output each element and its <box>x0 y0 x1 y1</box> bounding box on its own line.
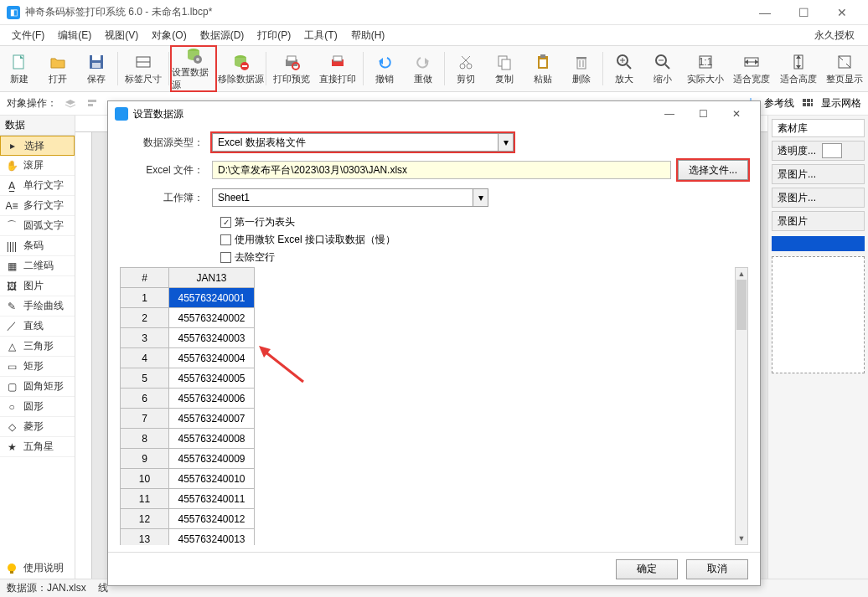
col-rownum[interactable]: # <box>121 268 169 288</box>
tool-适合宽度[interactable]: 适合宽度 <box>728 45 775 92</box>
sidebar-item-条码[interactable]: ||||条码 <box>0 236 75 256</box>
file-path-field[interactable]: D:\文章发布平台\2023\03月\0303\JAN.xlsx <box>212 161 671 179</box>
bg-image-button-2[interactable]: 景图片... <box>772 188 865 208</box>
tool-保存[interactable]: 保存 <box>77 45 116 92</box>
maximize-button[interactable]: ☐ <box>784 0 823 25</box>
table-row[interactable]: 9455763240009 <box>121 449 255 469</box>
choose-file-button[interactable]: 选择文件... <box>678 160 748 180</box>
tool-放大[interactable]: 放大 <box>605 45 643 92</box>
sheet-combo[interactable]: Sheet1 ▾ <box>212 188 488 207</box>
sidebar-item-单行文字[interactable]: A̲单行文字 <box>0 176 75 196</box>
scroll-thumb[interactable] <box>736 280 747 330</box>
color-swatch[interactable] <box>822 143 842 158</box>
tool-icon <box>495 53 514 71</box>
tool-撤销[interactable]: 撤销 <box>365 45 404 92</box>
type-combo[interactable]: Excel 数据表格文件 ▾ <box>212 133 514 152</box>
tool-缩小[interactable]: 缩小 <box>643 45 682 92</box>
grid-label[interactable]: 显示网格 <box>821 96 861 111</box>
minimize-button[interactable]: — <box>746 0 784 25</box>
chevron-down-icon[interactable]: ▾ <box>498 134 513 151</box>
chk-remove-empty[interactable]: 去除空行 <box>220 250 748 265</box>
tool-复制[interactable]: 复制 <box>485 45 524 92</box>
table-scrollbar[interactable]: ▲ ▼ <box>735 267 748 545</box>
menu-edit[interactable]: 编辑(E) <box>51 26 98 45</box>
scroll-down-icon[interactable]: ▼ <box>736 533 747 544</box>
dialog-close-button[interactable]: ✕ <box>720 102 753 126</box>
layer-icon[interactable] <box>62 95 79 112</box>
table-row[interactable]: 12455763240012 <box>121 509 255 529</box>
grid-icon[interactable] <box>799 95 816 112</box>
scroll-up-icon[interactable]: ▲ <box>736 268 747 280</box>
col-jan13[interactable]: JAN13 <box>169 268 255 288</box>
sidebar-item-图片[interactable]: 🖼图片 <box>0 276 75 296</box>
table-row[interactable]: 1455763240001 <box>121 288 255 308</box>
bg-image-button-3[interactable]: 景图片 <box>772 211 865 231</box>
sidebar-item-滚屏[interactable]: ✋滚屏 <box>0 156 75 176</box>
menu-print[interactable]: 打印(P) <box>251 26 297 45</box>
align-icon[interactable] <box>84 95 101 112</box>
tool-移除数据源[interactable]: 移除数据源 <box>217 45 264 92</box>
sidebar-item-圆弧文字[interactable]: ⌒圆弧文字 <box>0 216 75 236</box>
sidebar-item-选择[interactable]: ▸选择 <box>0 136 75 156</box>
help-link[interactable]: 使用说明 <box>5 561 64 575</box>
menu-datasource[interactable]: 数据源(D) <box>194 26 251 45</box>
tool-直接打印[interactable]: 直接打印 <box>314 45 361 92</box>
table-row[interactable]: 4455763240004 <box>121 348 255 368</box>
sidebar-item-菱形[interactable]: ◇菱形 <box>0 417 75 437</box>
file-label: Excel 文件： <box>120 163 212 178</box>
tool-打开[interactable]: 打开 <box>39 45 77 92</box>
table-row[interactable]: 7455763240007 <box>121 409 255 429</box>
dialog-minimize-button[interactable]: — <box>653 102 686 126</box>
dialog-maximize-button[interactable]: ☐ <box>686 102 720 126</box>
sidebar-item-圆角矩形[interactable]: ▢圆角矩形 <box>0 377 75 397</box>
menu-help[interactable]: 帮助(H) <box>344 26 392 45</box>
table-row[interactable]: 13455763240013 <box>121 529 255 546</box>
tool-删除[interactable]: 删除 <box>562 45 601 92</box>
cancel-button[interactable]: 取消 <box>686 559 748 579</box>
tool-新建[interactable]: 新建 <box>0 45 39 92</box>
sidebar-item-五角星[interactable]: ★五角星 <box>0 437 75 457</box>
tool-剪切[interactable]: 剪切 <box>447 45 485 92</box>
tool-实际大小[interactable]: 1:1实际大小 <box>682 45 729 92</box>
tool-标签尺寸[interactable]: 标签尺寸 <box>120 45 167 92</box>
svg-rect-63 <box>10 571 13 574</box>
table-row[interactable]: 6455763240006 <box>121 389 255 409</box>
chk-first-row-header[interactable]: ✓第一行为表头 <box>220 215 748 229</box>
value-cell: 455763240006 <box>169 389 255 409</box>
guides-label[interactable]: 参考线 <box>764 96 794 111</box>
sidebar-tab[interactable]: 数据 <box>0 116 75 136</box>
ok-button[interactable]: 确定 <box>616 559 678 579</box>
table-row[interactable]: 2455763240002 <box>121 308 255 328</box>
chk-use-ms-excel[interactable]: 使用微软 Excel 接口读取数据（慢） <box>220 233 748 247</box>
table-row[interactable]: 3455763240003 <box>121 328 255 348</box>
opacity-button[interactable]: 透明度... <box>772 141 865 161</box>
menu-tools[interactable]: 工具(T) <box>297 26 344 45</box>
sidebar-item-二维码[interactable]: ▦二维码 <box>0 256 75 276</box>
table-row[interactable]: 10455763240010 <box>121 469 255 489</box>
data-preview-table[interactable]: # JAN13 14557632400012455763240002345576… <box>120 267 255 545</box>
sidebar-item-矩形[interactable]: ▭矩形 <box>0 357 75 377</box>
sidebar-item-多行文字[interactable]: A≡多行文字 <box>0 196 75 216</box>
bg-image-button-1[interactable]: 景图片... <box>772 164 865 184</box>
tool-适合高度[interactable]: 适合高度 <box>775 45 822 92</box>
material-library-header[interactable]: 素材库 <box>772 119 865 137</box>
close-button[interactable]: ✕ <box>823 0 861 25</box>
chevron-down-icon[interactable]: ▾ <box>473 189 488 206</box>
menu-file[interactable]: 文件(F) <box>5 26 51 45</box>
tool-整页显示[interactable]: 整页显示 <box>822 45 869 92</box>
tool-打印预览[interactable]: 打印预览 <box>268 45 315 92</box>
tool-设置数据源[interactable]: 设置数据源 <box>170 45 217 92</box>
table-row[interactable]: 8455763240008 <box>121 429 255 449</box>
menu-object[interactable]: 对象(O) <box>145 26 193 45</box>
table-row[interactable]: 11455763240011 <box>121 489 255 509</box>
svg-point-8 <box>196 58 199 61</box>
sidebar-item-手绘曲线[interactable]: ✎手绘曲线 <box>0 296 75 317</box>
tool-icon <box>328 53 347 71</box>
sidebar-item-直线[interactable]: ／直线 <box>0 317 75 337</box>
sidebar-item-圆形[interactable]: ○圆形 <box>0 397 75 417</box>
sidebar-item-三角形[interactable]: △三角形 <box>0 337 75 357</box>
table-row[interactable]: 5455763240005 <box>121 368 255 389</box>
tool-重做[interactable]: 重做 <box>404 45 442 92</box>
menu-view[interactable]: 视图(V) <box>98 26 145 45</box>
tool-粘贴[interactable]: 粘贴 <box>524 45 562 92</box>
